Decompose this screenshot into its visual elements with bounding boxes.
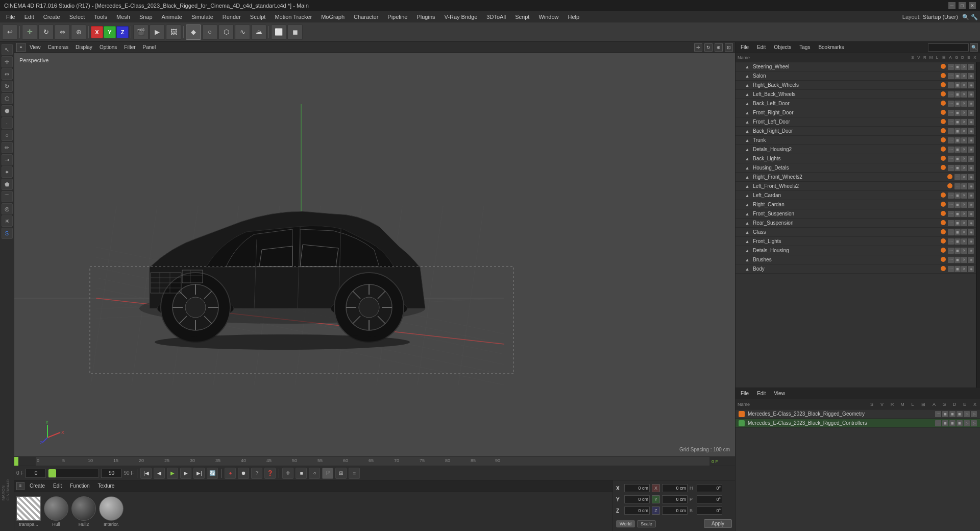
viewport-move-icon[interactable]: ✛ <box>694 43 702 52</box>
coord-scale-btn[interactable]: Scale <box>637 520 656 527</box>
magnet-tool[interactable]: ✦ <box>2 166 13 178</box>
coord-world-btn[interactable]: World <box>616 520 635 527</box>
render-settings-button[interactable]: 🎬 <box>133 25 149 40</box>
menu-edit[interactable]: Edit <box>20 13 38 21</box>
coord-z-axis-btn[interactable]: Z <box>652 506 660 515</box>
viewport-options-menu[interactable]: Options <box>96 44 120 51</box>
scale-button[interactable]: ⇔ <box>55 25 70 40</box>
attr-edit-menu[interactable]: Edit <box>754 390 769 397</box>
mat-create-menu[interactable]: Create <box>27 482 48 489</box>
obj-body[interactable]: ▲ Body ⋯ ◼ ✕ ◈ <box>736 264 976 274</box>
knife-tool[interactable]: ⊸ <box>2 154 13 165</box>
goto-start-button[interactable]: |◀ <box>140 468 152 479</box>
shading-button[interactable]: ◼ <box>287 25 303 40</box>
timeline[interactable]: 0 5 10 15 20 25 30 35 40 45 50 55 60 65 … <box>14 456 735 466</box>
viewport-display-menu[interactable]: Display <box>72 44 95 51</box>
motion-circle-button[interactable]: ○ <box>309 468 320 479</box>
undo-button[interactable]: ↩ <box>2 25 17 40</box>
menu-file[interactable]: File <box>2 13 19 21</box>
menu-help[interactable]: Help <box>564 13 584 21</box>
loop-button[interactable]: 🔄 <box>207 468 218 479</box>
display-mode-button[interactable]: ⬜ <box>271 25 286 40</box>
material-hull2[interactable]: Hull2 <box>71 496 96 527</box>
menu-character[interactable]: Character <box>350 13 382 21</box>
rotate-button[interactable]: ↻ <box>38 25 54 40</box>
prev-frame-button[interactable]: ◀ <box>154 468 165 479</box>
material-hull[interactable]: Hull <box>44 496 68 527</box>
obj-right-back-wheels[interactable]: ▲ Right_Back_Wheels ⋯ ◼ ✕ ◈ <box>736 81 976 90</box>
coord-y-input[interactable] <box>624 495 650 503</box>
obj-objects-menu[interactable]: Objects <box>771 44 794 51</box>
goto-end-button[interactable]: ▶| <box>193 468 205 479</box>
motion-p-button[interactable]: P <box>322 468 333 479</box>
obj-bookmarks-menu[interactable]: Bookmarks <box>815 44 847 51</box>
objects-search-icon[interactable]: 🔍 <box>970 43 978 52</box>
obj-edit-menu[interactable]: Edit <box>754 44 769 51</box>
attr-controllers-row[interactable]: Mercedes_E-Class_2023_Black_Rigged_Contr… <box>736 419 980 428</box>
obj-trunk[interactable]: ▲ Trunk ⋯ ◼ ✕ ◈ <box>736 136 976 145</box>
obj-detals-housing[interactable]: ▲ Detals_Housing ⋯ ◼ ✕ ◈ <box>736 246 976 255</box>
menu-sculpt[interactable]: Sculpt <box>246 13 270 21</box>
selection-tool[interactable]: ↖ <box>2 44 13 55</box>
mat-edit-menu[interactable]: Edit <box>50 482 65 489</box>
move-button[interactable]: ✛ <box>22 25 37 40</box>
viewport[interactable]: Perspective Grid Spacing : 100 cm X Y Z <box>14 53 735 456</box>
viewport-menu-toggle[interactable]: ≡ <box>16 43 26 52</box>
coord-x-axis-btn[interactable]: X <box>652 484 660 492</box>
obj-left-cardan[interactable]: ▲ Left_Cardan ⋯ ◼ ✕ ◈ <box>736 191 976 200</box>
next-frame-button[interactable]: ▶ <box>180 468 191 479</box>
model-mode[interactable]: ◆ <box>186 25 201 40</box>
point-tool[interactable]: · <box>2 117 13 129</box>
obj-glass[interactable]: ▲ Glass ⋯ ◼ ✕ ◈ <box>736 228 976 237</box>
motion-list-button[interactable]: ≡ <box>349 468 360 479</box>
maximize-button[interactable]: □ <box>959 2 966 9</box>
menu-snap[interactable]: Snap <box>135 13 157 21</box>
obj-back-lights[interactable]: ▲ Back_Lights ⋯ ◼ ✕ ◈ <box>736 154 976 163</box>
z-axis-button[interactable]: Z <box>116 26 129 38</box>
viewport-cameras-menu[interactable]: Cameras <box>45 44 72 51</box>
timeline-track[interactable]: 0 5 10 15 20 25 30 35 40 45 50 55 60 65 … <box>36 457 709 466</box>
mat-menu-toggle[interactable]: ≡ <box>16 482 24 490</box>
menu-select[interactable]: Select <box>65 13 89 21</box>
live-select-tool[interactable]: ○ <box>2 130 13 141</box>
terrain-mode[interactable]: ⛰ <box>251 25 266 40</box>
script-tool[interactable]: S <box>2 228 13 239</box>
menu-create[interactable]: Create <box>39 13 64 21</box>
record-button[interactable]: ● <box>225 468 236 479</box>
objects-scrollbar[interactable] <box>976 62 980 388</box>
motion-record-button[interactable]: ✛ <box>282 468 293 479</box>
mat-texture-menu[interactable]: Texture <box>95 482 118 489</box>
menu-window[interactable]: Window <box>534 13 562 21</box>
obj-tags-menu[interactable]: Tags <box>796 44 813 51</box>
obj-front-right-door[interactable]: ▲ Front_Right_Door ⋯ ◼ ✕ ◈ <box>736 108 976 117</box>
sculpt-tool[interactable]: ⬟ <box>2 179 13 190</box>
viewport-fullscreen-icon[interactable]: ⊡ <box>725 43 733 52</box>
edge-tool[interactable]: ⬣ <box>2 105 13 116</box>
menu-vray[interactable]: V-Ray Bridge <box>440 13 482 21</box>
menu-3dtoall[interactable]: 3DToAll <box>482 13 510 21</box>
obj-left-front-wheels2[interactable]: ▲ Left_Front_Wheels2 ⋯ ✕ ◈ <box>736 182 976 191</box>
obj-housing-detals[interactable]: ▲ Housing_Detals ⋯ ◼ ✕ ◈ <box>736 163 976 173</box>
obj-right-front-wheels2[interactable]: ▲ Right_Front_Wheels2 ⋯ ✕ ◈ <box>736 173 976 182</box>
bend-tool[interactable]: ⌒ <box>2 191 13 202</box>
obj-left-back-wheels[interactable]: ▲ Left_Back_Wheels ⋯ ◼ ✕ ◈ <box>736 90 976 99</box>
obj-brushes[interactable]: ▲ Brushes ⋯ ◼ ✕ ◈ <box>736 255 976 264</box>
universal-button[interactable]: ⊕ <box>71 25 86 40</box>
timeline-slider[interactable] <box>48 469 99 478</box>
rotate-tool[interactable]: ↻ <box>2 81 13 92</box>
render-view-button[interactable]: 🖼 <box>166 25 181 40</box>
y-axis-button[interactable]: Y <box>104 26 116 38</box>
attr-file-menu[interactable]: File <box>738 390 752 397</box>
coord-y-axis-btn[interactable]: Y <box>652 495 660 503</box>
coord-p-input[interactable] <box>697 495 722 503</box>
obj-file-menu[interactable]: File <box>738 44 752 51</box>
auto-key-button[interactable]: ⏺ <box>238 468 249 479</box>
move-tool[interactable]: ✛ <box>2 56 13 67</box>
menu-tools[interactable]: Tools <box>90 13 111 21</box>
coord-z2-input[interactable] <box>662 506 688 515</box>
scale-tool[interactable]: ⇔ <box>2 68 13 80</box>
coord-x-input[interactable] <box>624 484 650 492</box>
apply-button[interactable]: Apply <box>704 519 732 528</box>
viewport-rotate-icon[interactable]: ↻ <box>704 43 713 52</box>
motion-play-button[interactable]: ■ <box>296 468 307 479</box>
